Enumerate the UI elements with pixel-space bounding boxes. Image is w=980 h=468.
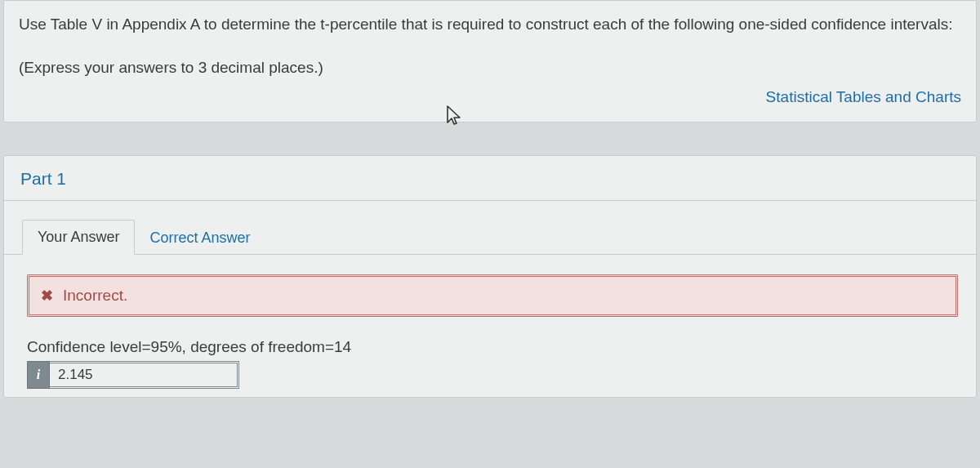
part-panel: Part 1 Your Answer Correct Answer ✖ Inco… — [3, 155, 977, 398]
statistical-tables-link[interactable]: Statistical Tables and Charts — [766, 85, 961, 109]
tab-your-answer[interactable]: Your Answer — [22, 220, 135, 255]
question-text: Use Table V in Appendix A to determine t… — [19, 12, 961, 36]
question-subnote: (Express your answers to 3 decimal place… — [19, 56, 961, 79]
incorrect-banner: ✖ Incorrect. — [27, 274, 958, 317]
x-icon: ✖ — [41, 287, 53, 305]
info-icon[interactable]: i — [27, 361, 50, 389]
answer-input-row: i 2.145 — [27, 361, 239, 389]
tabs-row: Your Answer Correct Answer — [4, 201, 976, 255]
answer-content: ✖ Incorrect. Confidence level=95%, degre… — [4, 255, 976, 397]
question-prompt: Confidence level=95%, degrees of freedom… — [27, 338, 958, 356]
incorrect-label: Incorrect. — [63, 287, 127, 305]
part-title: Part 1 — [4, 156, 976, 201]
question-panel: Use Table V in Appendix A to determine t… — [3, 0, 977, 123]
tab-correct-answer[interactable]: Correct Answer — [135, 221, 265, 255]
answer-input[interactable]: 2.145 — [50, 361, 239, 389]
